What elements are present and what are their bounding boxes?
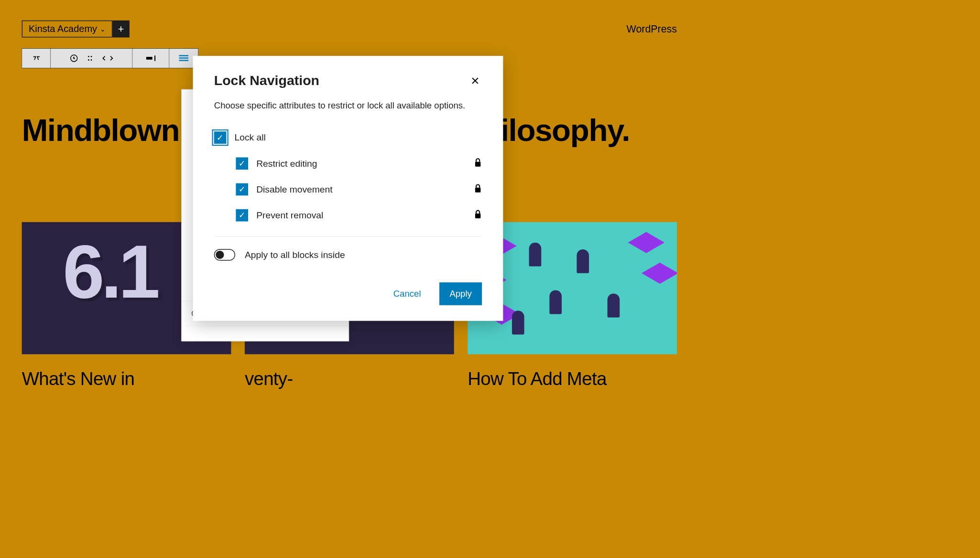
modal-backdrop: Lock Navigation Choose specific attribut… — [0, 0, 699, 398]
lock-all-checkbox[interactable]: ✓ — [214, 131, 227, 144]
modal-description: Choose specific attributes to restrict o… — [214, 100, 482, 111]
apply-inside-toggle[interactable] — [214, 249, 235, 260]
close-icon — [470, 76, 480, 86]
svg-rect-12 — [475, 188, 480, 193]
prevent-removal-checkbox[interactable]: ✓ — [236, 209, 248, 222]
close-button[interactable] — [468, 74, 482, 87]
restrict-editing-label: Restrict editing — [256, 158, 317, 169]
disable-movement-checkbox[interactable]: ✓ — [236, 183, 248, 196]
lock-icon — [474, 209, 482, 221]
lock-modal: Lock Navigation Choose specific attribut… — [193, 56, 503, 321]
lock-all-label: Lock all — [235, 132, 266, 143]
lock-icon — [474, 158, 482, 170]
lock-options: ✓ Lock all ✓ Restrict editing ✓ Disa — [214, 125, 482, 228]
toggle-knob — [216, 251, 224, 259]
apply-button[interactable]: Apply — [439, 282, 482, 305]
cancel-button[interactable]: Cancel — [383, 282, 431, 305]
modal-title: Lock Navigation — [214, 73, 319, 88]
lock-icon — [474, 183, 482, 195]
prevent-removal-label: Prevent removal — [256, 210, 323, 221]
restrict-editing-checkbox[interactable]: ✓ — [236, 157, 248, 170]
svg-rect-13 — [475, 214, 480, 218]
divider — [214, 236, 482, 237]
disable-movement-label: Disable movement — [256, 184, 332, 194]
apply-inside-label: Apply to all blocks inside — [245, 249, 345, 260]
svg-rect-11 — [475, 161, 480, 166]
